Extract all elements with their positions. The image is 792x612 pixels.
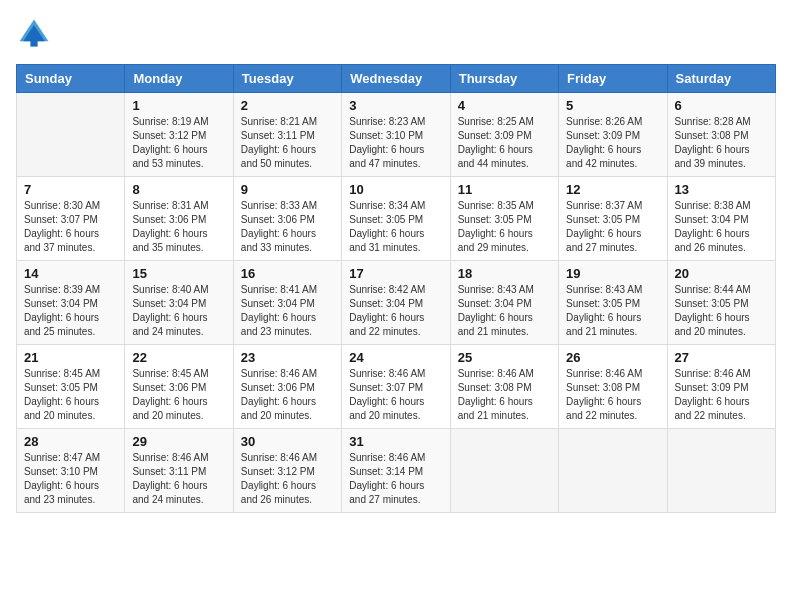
calendar-cell: 1Sunrise: 8:19 AMSunset: 3:12 PMDaylight… (125, 93, 233, 177)
day-info: Sunrise: 8:47 AMSunset: 3:10 PMDaylight:… (24, 451, 117, 507)
day-info: Sunrise: 8:46 AMSunset: 3:12 PMDaylight:… (241, 451, 334, 507)
day-number: 4 (458, 98, 551, 113)
day-info: Sunrise: 8:38 AMSunset: 3:04 PMDaylight:… (675, 199, 768, 255)
day-info: Sunrise: 8:46 AMSunset: 3:09 PMDaylight:… (675, 367, 768, 423)
calendar-cell: 12Sunrise: 8:37 AMSunset: 3:05 PMDayligh… (559, 177, 667, 261)
day-info: Sunrise: 8:46 AMSunset: 3:06 PMDaylight:… (241, 367, 334, 423)
calendar-header: SundayMondayTuesdayWednesdayThursdayFrid… (17, 65, 776, 93)
weekday-friday: Friday (559, 65, 667, 93)
day-number: 25 (458, 350, 551, 365)
calendar-cell: 6Sunrise: 8:28 AMSunset: 3:08 PMDaylight… (667, 93, 775, 177)
weekday-row: SundayMondayTuesdayWednesdayThursdayFrid… (17, 65, 776, 93)
day-number: 31 (349, 434, 442, 449)
day-number: 13 (675, 182, 768, 197)
day-info: Sunrise: 8:40 AMSunset: 3:04 PMDaylight:… (132, 283, 225, 339)
logo (16, 16, 58, 52)
weekday-saturday: Saturday (667, 65, 775, 93)
calendar-cell: 30Sunrise: 8:46 AMSunset: 3:12 PMDayligh… (233, 429, 341, 513)
day-info: Sunrise: 8:28 AMSunset: 3:08 PMDaylight:… (675, 115, 768, 171)
calendar-cell (667, 429, 775, 513)
calendar-cell: 2Sunrise: 8:21 AMSunset: 3:11 PMDaylight… (233, 93, 341, 177)
day-number: 17 (349, 266, 442, 281)
calendar-cell: 19Sunrise: 8:43 AMSunset: 3:05 PMDayligh… (559, 261, 667, 345)
week-row-3: 14Sunrise: 8:39 AMSunset: 3:04 PMDayligh… (17, 261, 776, 345)
calendar-cell (559, 429, 667, 513)
calendar-cell: 23Sunrise: 8:46 AMSunset: 3:06 PMDayligh… (233, 345, 341, 429)
calendar-cell: 15Sunrise: 8:40 AMSunset: 3:04 PMDayligh… (125, 261, 233, 345)
day-number: 1 (132, 98, 225, 113)
day-info: Sunrise: 8:39 AMSunset: 3:04 PMDaylight:… (24, 283, 117, 339)
day-info: Sunrise: 8:43 AMSunset: 3:05 PMDaylight:… (566, 283, 659, 339)
day-number: 23 (241, 350, 334, 365)
weekday-sunday: Sunday (17, 65, 125, 93)
calendar-cell: 9Sunrise: 8:33 AMSunset: 3:06 PMDaylight… (233, 177, 341, 261)
calendar-cell: 16Sunrise: 8:41 AMSunset: 3:04 PMDayligh… (233, 261, 341, 345)
day-number: 11 (458, 182, 551, 197)
day-number: 5 (566, 98, 659, 113)
calendar-cell: 10Sunrise: 8:34 AMSunset: 3:05 PMDayligh… (342, 177, 450, 261)
calendar-cell: 14Sunrise: 8:39 AMSunset: 3:04 PMDayligh… (17, 261, 125, 345)
day-number: 12 (566, 182, 659, 197)
day-info: Sunrise: 8:46 AMSunset: 3:08 PMDaylight:… (566, 367, 659, 423)
day-number: 26 (566, 350, 659, 365)
weekday-monday: Monday (125, 65, 233, 93)
logo-icon (16, 16, 52, 52)
day-number: 18 (458, 266, 551, 281)
day-info: Sunrise: 8:19 AMSunset: 3:12 PMDaylight:… (132, 115, 225, 171)
day-info: Sunrise: 8:26 AMSunset: 3:09 PMDaylight:… (566, 115, 659, 171)
calendar-cell: 26Sunrise: 8:46 AMSunset: 3:08 PMDayligh… (559, 345, 667, 429)
day-number: 2 (241, 98, 334, 113)
calendar-cell: 24Sunrise: 8:46 AMSunset: 3:07 PMDayligh… (342, 345, 450, 429)
day-info: Sunrise: 8:46 AMSunset: 3:08 PMDaylight:… (458, 367, 551, 423)
day-info: Sunrise: 8:46 AMSunset: 3:07 PMDaylight:… (349, 367, 442, 423)
svg-rect-2 (30, 39, 37, 46)
calendar-cell: 25Sunrise: 8:46 AMSunset: 3:08 PMDayligh… (450, 345, 558, 429)
calendar-cell: 4Sunrise: 8:25 AMSunset: 3:09 PMDaylight… (450, 93, 558, 177)
day-info: Sunrise: 8:23 AMSunset: 3:10 PMDaylight:… (349, 115, 442, 171)
calendar-cell: 31Sunrise: 8:46 AMSunset: 3:14 PMDayligh… (342, 429, 450, 513)
day-info: Sunrise: 8:31 AMSunset: 3:06 PMDaylight:… (132, 199, 225, 255)
calendar-cell: 7Sunrise: 8:30 AMSunset: 3:07 PMDaylight… (17, 177, 125, 261)
day-info: Sunrise: 8:34 AMSunset: 3:05 PMDaylight:… (349, 199, 442, 255)
day-info: Sunrise: 8:37 AMSunset: 3:05 PMDaylight:… (566, 199, 659, 255)
day-number: 7 (24, 182, 117, 197)
day-number: 21 (24, 350, 117, 365)
calendar-cell: 20Sunrise: 8:44 AMSunset: 3:05 PMDayligh… (667, 261, 775, 345)
week-row-4: 21Sunrise: 8:45 AMSunset: 3:05 PMDayligh… (17, 345, 776, 429)
day-info: Sunrise: 8:46 AMSunset: 3:11 PMDaylight:… (132, 451, 225, 507)
week-row-1: 1Sunrise: 8:19 AMSunset: 3:12 PMDaylight… (17, 93, 776, 177)
weekday-tuesday: Tuesday (233, 65, 341, 93)
day-number: 9 (241, 182, 334, 197)
calendar-cell: 22Sunrise: 8:45 AMSunset: 3:06 PMDayligh… (125, 345, 233, 429)
day-number: 10 (349, 182, 442, 197)
day-info: Sunrise: 8:25 AMSunset: 3:09 PMDaylight:… (458, 115, 551, 171)
day-info: Sunrise: 8:21 AMSunset: 3:11 PMDaylight:… (241, 115, 334, 171)
calendar-table: SundayMondayTuesdayWednesdayThursdayFrid… (16, 64, 776, 513)
day-number: 22 (132, 350, 225, 365)
calendar-cell: 29Sunrise: 8:46 AMSunset: 3:11 PMDayligh… (125, 429, 233, 513)
day-info: Sunrise: 8:33 AMSunset: 3:06 PMDaylight:… (241, 199, 334, 255)
day-info: Sunrise: 8:42 AMSunset: 3:04 PMDaylight:… (349, 283, 442, 339)
day-number: 8 (132, 182, 225, 197)
day-number: 16 (241, 266, 334, 281)
page-header (16, 16, 776, 52)
calendar-cell: 5Sunrise: 8:26 AMSunset: 3:09 PMDaylight… (559, 93, 667, 177)
day-number: 20 (675, 266, 768, 281)
day-info: Sunrise: 8:44 AMSunset: 3:05 PMDaylight:… (675, 283, 768, 339)
calendar-cell: 21Sunrise: 8:45 AMSunset: 3:05 PMDayligh… (17, 345, 125, 429)
day-number: 27 (675, 350, 768, 365)
week-row-2: 7Sunrise: 8:30 AMSunset: 3:07 PMDaylight… (17, 177, 776, 261)
day-number: 29 (132, 434, 225, 449)
calendar-cell (17, 93, 125, 177)
day-number: 24 (349, 350, 442, 365)
calendar-cell: 13Sunrise: 8:38 AMSunset: 3:04 PMDayligh… (667, 177, 775, 261)
day-info: Sunrise: 8:35 AMSunset: 3:05 PMDaylight:… (458, 199, 551, 255)
calendar-cell (450, 429, 558, 513)
day-number: 19 (566, 266, 659, 281)
calendar-cell: 17Sunrise: 8:42 AMSunset: 3:04 PMDayligh… (342, 261, 450, 345)
calendar-cell: 11Sunrise: 8:35 AMSunset: 3:05 PMDayligh… (450, 177, 558, 261)
day-info: Sunrise: 8:43 AMSunset: 3:04 PMDaylight:… (458, 283, 551, 339)
day-number: 14 (24, 266, 117, 281)
week-row-5: 28Sunrise: 8:47 AMSunset: 3:10 PMDayligh… (17, 429, 776, 513)
day-number: 30 (241, 434, 334, 449)
